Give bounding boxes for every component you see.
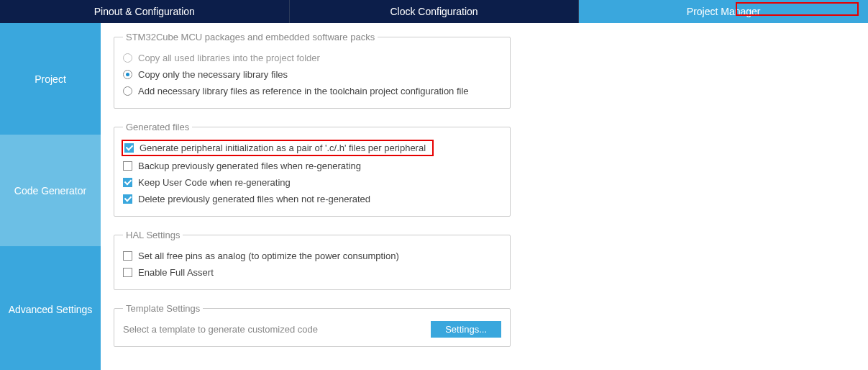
content: Project Code Generator Advanced Settings…	[0, 23, 868, 370]
hal-legend: HAL Settings	[123, 230, 183, 240]
template-text: Select a template to generate customized…	[123, 324, 416, 335]
checkbox-icon	[123, 251, 132, 261]
tab-clock[interactable]: Clock Configuration	[290, 0, 580, 23]
checkbox-icon	[123, 161, 132, 171]
template-legend: Template Settings	[123, 303, 203, 314]
tab-pinout[interactable]: Pinout & Configuration	[0, 0, 290, 23]
sidebar-item-code-generator[interactable]: Code Generator	[0, 135, 101, 246]
main-panel: STM32Cube MCU packages and embedded soft…	[101, 23, 868, 370]
opt-backup[interactable]: Backup previously generated files when r…	[123, 158, 501, 174]
highlight-marker: Generate peripheral initialization as a …	[122, 140, 434, 156]
opt-analog-label: Set all free pins as analog (to optimize…	[138, 251, 399, 261]
hal-settings-group: HAL Settings Set all free pins as analog…	[114, 230, 511, 290]
opt-copy-all-label: Copy all used libraries into the project…	[138, 53, 320, 63]
opt-add-reference[interactable]: Add necessary library files as reference…	[123, 83, 501, 99]
opt-keep-user-label: Keep User Code when re-generating	[138, 177, 291, 188]
packages-group: STM32Cube MCU packages and embedded soft…	[114, 32, 511, 109]
opt-assert[interactable]: Enable Full Assert	[123, 264, 501, 281]
template-row: Select a template to generate customized…	[123, 321, 501, 338]
opt-analog[interactable]: Set all free pins as analog (to optimize…	[123, 248, 501, 264]
checkbox-icon	[124, 143, 134, 153]
main-tabs: Pinout & Configuration Clock Configurati…	[0, 0, 868, 23]
opt-add-reference-label: Add necessary library files as reference…	[138, 86, 469, 96]
checkbox-icon	[123, 268, 132, 277]
packages-legend: STM32Cube MCU packages and embedded soft…	[123, 32, 378, 42]
checkbox-icon	[123, 194, 132, 204]
opt-copy-necessary-label: Copy only the necessary library files	[138, 69, 288, 80]
checkbox-icon	[123, 178, 132, 187]
opt-copy-necessary[interactable]: Copy only the necessary library files	[123, 66, 501, 83]
opt-delete[interactable]: Delete previously generated files when n…	[123, 191, 501, 207]
opt-peripheral-label: Generate peripheral initialization as a …	[140, 143, 426, 153]
sidebar-item-project[interactable]: Project	[0, 23, 101, 135]
sidebar-item-advanced-settings[interactable]: Advanced Settings	[0, 246, 101, 370]
opt-assert-label: Enable Full Assert	[138, 267, 214, 278]
opt-copy-all[interactable]: Copy all used libraries into the project…	[123, 50, 501, 66]
opt-keep-user[interactable]: Keep User Code when re-generating	[123, 174, 501, 191]
opt-backup-label: Backup previously generated files when r…	[138, 161, 361, 171]
opt-delete-label: Delete previously generated files when n…	[138, 194, 370, 204]
radio-icon	[123, 53, 132, 63]
settings-button[interactable]: Settings...	[431, 321, 501, 338]
tab-project-manager-label: Project Manager	[687, 6, 761, 17]
radio-icon	[123, 70, 132, 79]
sidebar: Project Code Generator Advanced Settings	[0, 23, 101, 370]
generated-files-group: Generated files Generate peripheral init…	[114, 122, 511, 217]
opt-peripheral[interactable]: Generate peripheral initialization as a …	[124, 143, 431, 153]
tab-project-manager[interactable]: Project Manager	[579, 0, 868, 23]
radio-icon	[123, 86, 132, 96]
template-settings-group: Template Settings Select a template to g…	[114, 303, 511, 347]
generated-legend: Generated files	[123, 122, 192, 132]
